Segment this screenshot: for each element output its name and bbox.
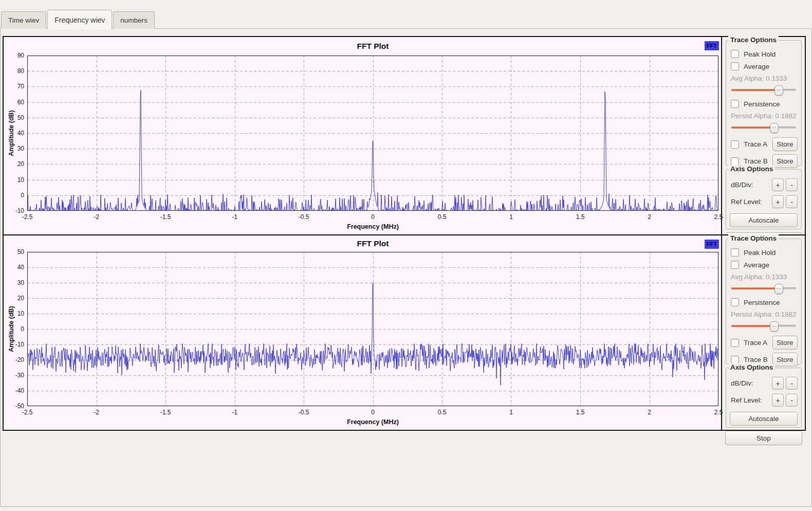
fft-plot-top: FFT Plot FFT Amplitude (dB) Frequency (M…: [4, 37, 722, 234]
store-trace-a-button[interactable]: Store: [772, 336, 798, 350]
persist-alpha-slider[interactable]: [731, 321, 796, 331]
persistence-checkbox[interactable]: Persistence: [731, 100, 798, 108]
plot-title: FFT Plot: [27, 42, 718, 51]
y-tick-label: 20: [6, 295, 24, 302]
slider-handle[interactable]: [770, 123, 779, 133]
persist-alpha-slider[interactable]: [731, 123, 796, 132]
y-tick-label: 0: [6, 325, 24, 333]
checkbox-icon[interactable]: [731, 261, 739, 269]
plot-title: FFT Plot: [27, 239, 718, 248]
y-tick-label: 50: [6, 248, 24, 256]
tab-bar: Time wiev Frequency wiev numbers: [1, 8, 156, 29]
ref-level-plus-button[interactable]: +: [772, 394, 784, 407]
slider-track[interactable]: [731, 287, 796, 289]
checkbox-label: Trace A: [744, 140, 767, 148]
average-checkbox[interactable]: Average: [731, 261, 798, 269]
autoscale-button[interactable]: Autoscale: [730, 213, 798, 227]
store-trace-b-button[interactable]: Store: [772, 154, 798, 168]
checkbox-icon[interactable]: [731, 356, 739, 364]
ref-level-label: Ref Level:: [731, 396, 770, 404]
y-tick-label: 50: [6, 114, 24, 121]
stop-button[interactable]: Stop: [725, 431, 802, 445]
slider-handle[interactable]: [774, 284, 783, 294]
x-tick-label: -1.5: [154, 213, 177, 221]
y-tick-label: 20: [6, 160, 24, 168]
checkbox-icon[interactable]: [731, 298, 739, 306]
checkbox-label: Persistence: [744, 299, 780, 306]
db-div-label: dB/Div:: [731, 379, 770, 387]
average-checkbox[interactable]: Average: [731, 62, 798, 70]
x-tick-label: 0: [362, 409, 384, 416]
trace-b-checkbox[interactable]: Trace B: [731, 356, 768, 364]
tab-content-area: FFT Plot FFT Amplitude (dB) Frequency (M…: [0, 28, 812, 507]
slider-track[interactable]: [731, 325, 796, 327]
checkbox-icon[interactable]: [731, 248, 739, 257]
group-title: Axis Options: [728, 165, 775, 173]
y-tick-label: -10: [6, 341, 24, 348]
x-axis-label: Frequency (MHz): [27, 223, 718, 230]
tab-time-view[interactable]: Time wiev: [1, 11, 46, 29]
x-tick-label: 1.5: [569, 213, 592, 221]
avg-alpha-slider[interactable]: [731, 85, 796, 95]
axis-options-group: Axis Options dB/Div: + - Ref Level: + - …: [726, 368, 802, 428]
autoscale-button[interactable]: Autoscale: [730, 412, 798, 426]
fft-row-top: FFT Plot FFT Amplitude (dB) Frequency (M…: [3, 36, 806, 235]
slider-track[interactable]: [731, 126, 796, 129]
trace-a-checkbox[interactable]: Trace A: [731, 339, 767, 347]
group-title: Trace Options: [728, 234, 779, 242]
avg-alpha-slider[interactable]: [731, 284, 796, 293]
x-axis-label: Frequency (MHz): [27, 418, 718, 426]
checkbox-icon[interactable]: [731, 339, 739, 347]
y-tick-label: 10: [6, 310, 24, 317]
x-tick-label: 0.5: [431, 409, 453, 416]
y-tick-label: 70: [6, 83, 24, 90]
y-tick-label: 40: [6, 264, 24, 271]
store-trace-b-button[interactable]: Store: [772, 353, 798, 367]
db-div-minus-button[interactable]: -: [786, 377, 798, 390]
trace-options-group: Trace Options Peak Hold Average Avg Alph…: [726, 40, 802, 166]
tab-frequency-view[interactable]: Frequency wiev: [47, 10, 112, 29]
x-tick-label: -0.5: [292, 213, 315, 221]
checkbox-icon[interactable]: [731, 140, 739, 149]
checkbox-icon[interactable]: [731, 62, 739, 70]
ref-level-minus-button[interactable]: -: [786, 394, 798, 407]
control-panel-bottom: Trace Options Peak Hold Average Avg Alph…: [722, 235, 805, 430]
slider-handle[interactable]: [774, 85, 783, 96]
x-tick-label: 2: [638, 409, 661, 416]
trace-b-checkbox[interactable]: Trace B: [731, 157, 768, 166]
y-tick-label: 80: [6, 67, 24, 75]
x-tick-label: 2: [638, 213, 661, 221]
x-tick-label: -1: [224, 213, 246, 221]
ref-level-minus-button[interactable]: -: [786, 195, 798, 208]
x-tick-label: 1: [500, 409, 523, 416]
plot-canvas[interactable]: [27, 252, 718, 406]
fft-badge: FFT: [705, 41, 719, 50]
checkbox-icon[interactable]: [731, 100, 739, 108]
peak-hold-checkbox[interactable]: Peak Hold: [731, 50, 798, 58]
checkbox-icon[interactable]: [731, 157, 739, 166]
persistence-checkbox[interactable]: Persistence: [731, 298, 798, 306]
persist-alpha-label: Persist Alpha: 0.1882: [731, 311, 798, 318]
group-title: Axis Options: [728, 363, 775, 371]
plot-canvas[interactable]: [27, 56, 718, 211]
checkbox-label: Average: [744, 261, 769, 269]
y-tick-label: -30: [6, 372, 24, 379]
avg-alpha-label: Avg Alpha: 0.1333: [731, 273, 798, 281]
slider-handle[interactable]: [770, 321, 779, 332]
checkbox-label: Trace A: [744, 339, 767, 346]
checkbox-icon[interactable]: [731, 50, 739, 58]
store-trace-a-button[interactable]: Store: [772, 137, 798, 151]
peak-hold-checkbox[interactable]: Peak Hold: [731, 248, 798, 257]
slider-track[interactable]: [731, 89, 796, 91]
db-div-plus-button[interactable]: +: [772, 178, 784, 191]
trace-a-checkbox[interactable]: Trace A: [731, 140, 767, 149]
db-div-plus-button[interactable]: +: [772, 377, 784, 390]
y-tick-label: -20: [6, 356, 24, 363]
x-tick-label: -2: [85, 409, 108, 416]
ref-level-plus-button[interactable]: +: [772, 195, 784, 208]
checkbox-label: Trace B: [744, 157, 768, 165]
tab-numbers[interactable]: numbers: [113, 11, 155, 29]
axis-options-group: Axis Options dB/Div: + - Ref Level: + - …: [726, 169, 802, 229]
avg-alpha-label: Avg Alpha: 0.1333: [731, 75, 798, 82]
db-div-minus-button[interactable]: -: [786, 178, 798, 191]
